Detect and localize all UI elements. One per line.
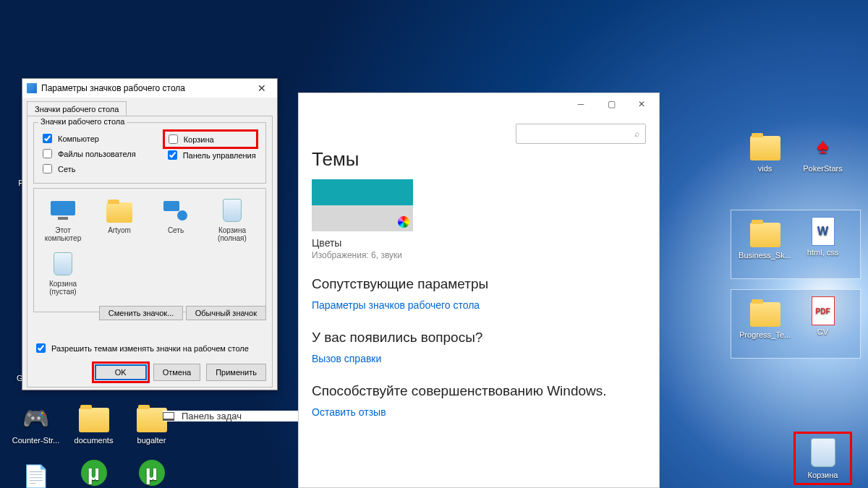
checkbox-allow-themes[interactable]: Разрешить темам изменять значки на рабоч… bbox=[33, 341, 266, 355]
desktop-icon-folder[interactable]: documents bbox=[67, 402, 121, 445]
dialog-title: Параметры значков рабочего стола bbox=[41, 83, 185, 93]
desktop-icon-utorrent[interactable]: µµTorrent bbox=[124, 460, 179, 488]
dialog-body: Значки рабочего стола Компьютер Файлы по… bbox=[27, 116, 273, 388]
checkbox-computer[interactable]: Компьютер bbox=[40, 132, 136, 145]
desktop-icon[interactable]: 🎮Counter-Str... bbox=[9, 402, 63, 445]
icon-recycle-full[interactable]: Корзина (полная) bbox=[210, 196, 254, 242]
change-icon-button[interactable]: Сменить значок... bbox=[99, 306, 184, 320]
taskbar-icon bbox=[163, 412, 174, 421]
icon-network[interactable]: Сеть bbox=[154, 196, 197, 242]
dialog-titlebar: Параметры значков рабочего стола ✕ bbox=[22, 79, 277, 98]
theme-name: Цветы bbox=[312, 237, 646, 249]
desktop-icon-folder[interactable]: bugalter bbox=[124, 402, 179, 445]
theme-subtitle: Изображения: 6, звуки bbox=[312, 250, 646, 260]
settings-search-input[interactable]: ⌕ bbox=[516, 124, 646, 144]
improve-heading: Способствуйте совершенствованию Windows. bbox=[312, 383, 646, 399]
dialog-icon bbox=[27, 83, 37, 93]
checkbox-control-panel[interactable]: Панель управления bbox=[165, 148, 256, 162]
desktop-icon-utorrent[interactable]: µСкачать bbox=[67, 460, 121, 488]
desktop-icon-settings-link[interactable]: Параметры значков рабочего стола bbox=[312, 299, 480, 311]
checkbox-network[interactable]: Сеть bbox=[40, 162, 136, 176]
settings-heading: Темы bbox=[312, 148, 646, 171]
dialog-footer: OK Отмена Применить bbox=[94, 364, 266, 381]
desktop-icon-folder[interactable]: vids bbox=[738, 130, 792, 174]
cancel-button[interactable]: Отмена bbox=[153, 364, 200, 381]
svg-point-6 bbox=[177, 210, 187, 221]
desktop-icon-folder[interactable]: Progress_Te... bbox=[738, 296, 792, 340]
ok-button[interactable]: OK bbox=[95, 365, 146, 380]
theme-thumbnail[interactable] bbox=[312, 179, 413, 231]
desktop-icon-folder[interactable]: Business_Sk... bbox=[738, 217, 792, 260]
icon-preview-box: Этот компьютер Artyom Сеть Корзина (полн… bbox=[33, 188, 266, 312]
apply-button[interactable]: Применить bbox=[206, 364, 266, 381]
feedback-link[interactable]: Оставить отзыв bbox=[312, 406, 386, 418]
questions-heading: У вас появились вопросы? bbox=[312, 330, 646, 346]
icon-user[interactable]: Artyom bbox=[98, 196, 141, 242]
desktop-icon-pokerstars[interactable]: ♠PokerStars bbox=[796, 130, 850, 174]
checkbox-recycle-bin[interactable]: Корзина bbox=[165, 132, 256, 147]
maximize-button[interactable]: ▢ bbox=[598, 95, 624, 114]
settings-titlebar: ─ ▢ ✕ bbox=[299, 93, 659, 115]
search-icon: ⌕ bbox=[634, 129, 639, 139]
close-button[interactable]: ✕ bbox=[251, 82, 273, 94]
svg-rect-3 bbox=[51, 201, 75, 215]
minimize-button[interactable]: ─ bbox=[568, 95, 594, 114]
desktop-icon-doc[interactable]: Whtml, css bbox=[796, 217, 850, 257]
close-button[interactable]: ✕ bbox=[629, 95, 655, 114]
icon-recycle-empty[interactable]: Корзина (пустая) bbox=[41, 249, 85, 296]
desktop-icon-recycle-bin[interactable]: Корзина bbox=[796, 434, 850, 483]
svg-rect-5 bbox=[163, 201, 179, 211]
desktop-icons-group: Значки рабочего стола Компьютер Файлы по… bbox=[33, 122, 266, 184]
desktop-icon-settings-dialog: Параметры значков рабочего стола ✕ Значк… bbox=[22, 78, 278, 390]
taskbar-nav-item[interactable]: Панель задач bbox=[163, 411, 298, 421]
desktop-icon[interactable]: 📄Безымянн... bbox=[9, 460, 63, 488]
related-heading: Сопутствующие параметры bbox=[312, 276, 646, 292]
svg-rect-4 bbox=[58, 217, 68, 220]
group-title: Значки рабочего стола bbox=[38, 117, 127, 126]
tab-desktop-icons[interactable]: Значки рабочего стола bbox=[27, 101, 127, 116]
settings-window: ─ ▢ ✕ ⌕ Темы Цветы Изображения: 6, звуки… bbox=[298, 93, 660, 488]
desktop-icon-pdf[interactable]: PDFCV bbox=[796, 296, 850, 337]
checkbox-userfiles[interactable]: Файлы пользователя bbox=[40, 147, 136, 160]
icon-this-pc[interactable]: Этот компьютер bbox=[41, 196, 85, 242]
help-link[interactable]: Вызов справки bbox=[312, 353, 381, 364]
default-icon-button[interactable]: Обычный значок bbox=[186, 306, 266, 320]
